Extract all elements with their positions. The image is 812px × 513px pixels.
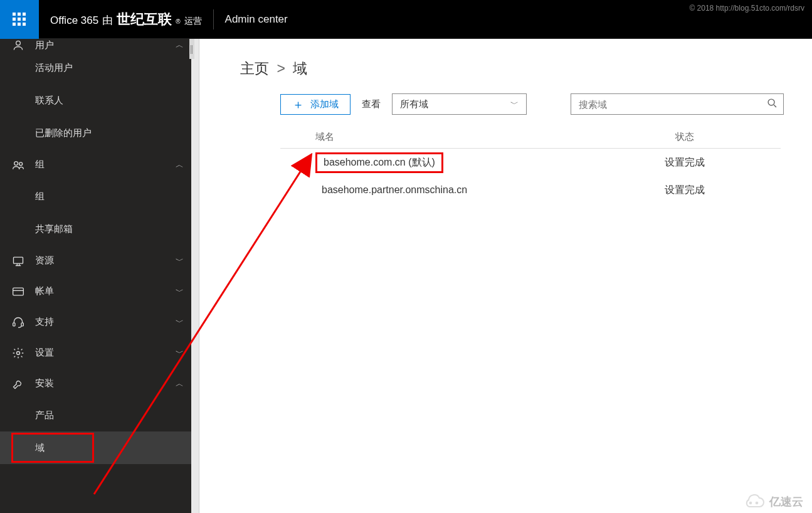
breadcrumb: 主页 > 域 bbox=[240, 59, 812, 78]
svg-rect-2 bbox=[23, 13, 26, 16]
svg-rect-8 bbox=[23, 23, 26, 26]
domain-name-cell: basehome.com.cn (默认) bbox=[315, 152, 443, 173]
svg-point-9 bbox=[16, 41, 21, 45]
domains-table: 域名 状态 basehome.com.cn (默认) 设置完成 basehome… bbox=[280, 126, 781, 204]
svg-rect-7 bbox=[18, 23, 21, 26]
chevron-down-icon: ﹀ bbox=[167, 286, 191, 297]
plus-icon: ＋ bbox=[292, 98, 304, 110]
domain-status-cell: 设置完成 bbox=[631, 156, 738, 169]
sidebar-item-groups[interactable]: 组 ︿ bbox=[0, 149, 191, 180]
sidebar-item-support[interactable]: 支持 ﹀ bbox=[0, 307, 191, 337]
svg-rect-0 bbox=[13, 13, 16, 16]
wrench-icon bbox=[9, 378, 28, 390]
svg-rect-1 bbox=[18, 13, 21, 16]
sidebar-sub-domains[interactable]: 域 bbox=[0, 431, 191, 464]
breadcrumb-home[interactable]: 主页 bbox=[240, 60, 269, 77]
gear-icon bbox=[9, 347, 28, 359]
sidebar-resize-handle[interactable] bbox=[189, 39, 194, 59]
page-watermark: 亿速云 bbox=[741, 494, 803, 509]
add-domain-label: 添加域 bbox=[310, 98, 339, 110]
chevron-down-icon: ﹀ bbox=[167, 317, 191, 328]
sidebar-item-label: 帐单 bbox=[35, 285, 167, 297]
waffle-icon bbox=[13, 13, 26, 26]
column-header-status[interactable]: 状态 bbox=[631, 131, 738, 143]
view-label: 查看 bbox=[362, 98, 381, 110]
billing-icon bbox=[9, 285, 28, 298]
chevron-up-icon: ︿ bbox=[167, 378, 191, 389]
table-row[interactable]: basehome.com.cn (默认) 设置完成 bbox=[280, 149, 781, 176]
svg-rect-6 bbox=[13, 23, 16, 26]
chevron-down-icon: ﹀ bbox=[167, 255, 191, 267]
table-row[interactable]: basehome.partner.onmschina.cn 设置完成 bbox=[280, 176, 781, 204]
svg-point-11 bbox=[19, 162, 23, 165]
sidebar-item-label: 组 bbox=[35, 159, 167, 171]
sidebar-sub-deleted-users[interactable]: 已删除的用户 bbox=[0, 117, 191, 149]
svg-point-18 bbox=[749, 502, 752, 505]
sidebar-item-label: 安装 bbox=[35, 378, 167, 389]
brand-operator: 世纪互联 bbox=[117, 10, 172, 29]
resources-icon bbox=[9, 255, 28, 267]
svg-rect-3 bbox=[13, 18, 16, 21]
sidebar-item-label: 用户 bbox=[35, 40, 167, 51]
svg-rect-13 bbox=[13, 288, 24, 295]
support-icon bbox=[9, 316, 28, 329]
column-header-name[interactable]: 域名 bbox=[280, 131, 631, 143]
sidebar-item-billing[interactable]: 帐单 ﹀ bbox=[0, 276, 191, 307]
sidebar-item-users[interactable]: 用户 ︿ bbox=[0, 39, 191, 51]
user-icon bbox=[9, 39, 28, 51]
sidebar-sub-groups[interactable]: 组 bbox=[0, 180, 191, 213]
chevron-up-icon: ︿ bbox=[167, 159, 191, 171]
reg-mark-icon: ® bbox=[176, 18, 180, 25]
svg-point-19 bbox=[756, 502, 759, 505]
add-domain-button[interactable]: ＋ 添加域 bbox=[280, 94, 351, 115]
dropdown-value: 所有域 bbox=[400, 98, 428, 110]
app-launcher-button[interactable] bbox=[0, 0, 39, 39]
sidebar-item-settings[interactable]: 设置 ﹀ bbox=[0, 337, 191, 368]
sidebar-sub-contacts[interactable]: 联系人 bbox=[0, 84, 191, 117]
chevron-down-icon: ﹀ bbox=[510, 98, 519, 110]
search-input[interactable] bbox=[571, 99, 761, 110]
sidebar: 用户 ︿ 活动用户 联系人 已删除的用户 组 ︿ 组 共享邮箱 资源 ﹀ 帐单 bbox=[0, 39, 191, 513]
sidebar-item-resources[interactable]: 资源 ﹀ bbox=[0, 245, 191, 276]
svg-point-17 bbox=[768, 99, 774, 105]
main-panel: 主页 > 域 ＋ 添加域 查看 所有域 ﹀ bbox=[191, 39, 812, 513]
brand-label: Office 365 由 世纪互联 ® 运营 bbox=[50, 10, 202, 29]
sidebar-sub-shared-mailbox[interactable]: 共享邮箱 bbox=[0, 213, 191, 245]
breadcrumb-separator-icon: > bbox=[277, 60, 285, 77]
svg-rect-12 bbox=[14, 257, 23, 263]
domain-name-cell: basehome.partner.onmschina.cn bbox=[315, 182, 473, 198]
scroll-edge bbox=[191, 39, 199, 513]
cloud-icon bbox=[741, 494, 766, 509]
breadcrumb-current: 域 bbox=[293, 60, 307, 77]
brand-by: 由 bbox=[102, 13, 113, 28]
svg-point-10 bbox=[14, 161, 18, 165]
copyright-watermark: © 2018 http://blog.51cto.com/rdsrv bbox=[689, 4, 804, 13]
sidebar-item-label: 支持 bbox=[35, 316, 167, 328]
search-box bbox=[571, 93, 784, 115]
top-bar: Office 365 由 世纪互联 ® 运营 Admin center © 20… bbox=[0, 0, 812, 39]
brand-suffix: 运营 bbox=[184, 16, 202, 27]
svg-rect-5 bbox=[23, 18, 26, 21]
svg-point-16 bbox=[17, 351, 20, 354]
chevron-down-icon: ﹀ bbox=[167, 347, 191, 359]
group-icon bbox=[9, 159, 28, 171]
view-filter-dropdown[interactable]: 所有域 ﹀ bbox=[392, 93, 527, 115]
product-name: Office 365 bbox=[50, 14, 98, 27]
svg-rect-15 bbox=[21, 322, 23, 325]
svg-rect-4 bbox=[18, 18, 21, 21]
watermark-text: 亿速云 bbox=[769, 494, 803, 509]
sidebar-item-label: 设置 bbox=[35, 347, 167, 359]
sidebar-item-label: 资源 bbox=[35, 255, 167, 267]
sidebar-sub-active-users[interactable]: 活动用户 bbox=[0, 51, 191, 84]
domain-status-cell: 设置完成 bbox=[631, 184, 738, 197]
search-icon[interactable] bbox=[761, 98, 783, 111]
admin-center-label: Admin center bbox=[225, 13, 288, 26]
svg-rect-14 bbox=[13, 322, 15, 325]
toolbar: ＋ 添加域 查看 所有域 ﹀ bbox=[280, 93, 812, 115]
table-header: 域名 状态 bbox=[280, 126, 781, 149]
sidebar-item-setup[interactable]: 安装 ︿ bbox=[0, 368, 191, 399]
brand-separator bbox=[213, 9, 214, 29]
chevron-up-icon: ︿ bbox=[167, 40, 191, 51]
sidebar-sub-products[interactable]: 产品 bbox=[0, 399, 191, 431]
